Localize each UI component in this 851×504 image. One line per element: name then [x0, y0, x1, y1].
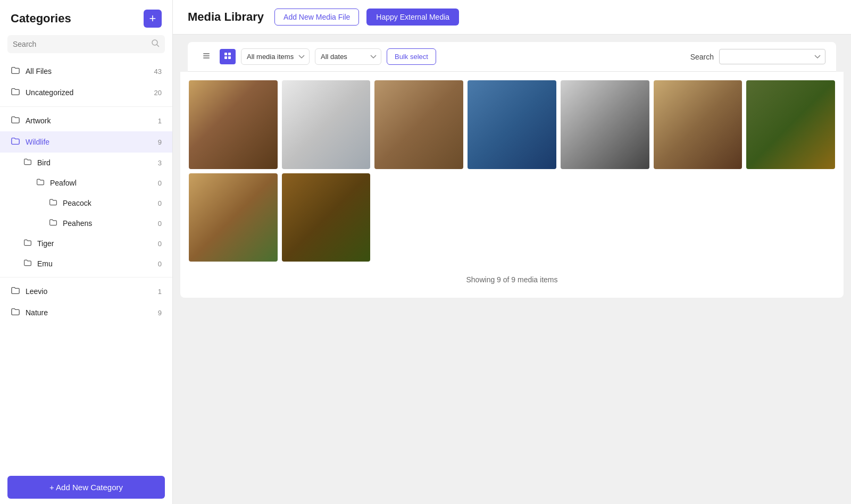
category-count: 0: [158, 199, 162, 207]
folder-icon: [49, 218, 57, 229]
sidebar-item-nature[interactable]: Nature 9: [0, 302, 172, 323]
gallery-item-img5[interactable]: [561, 80, 649, 169]
svg-rect-5: [224, 53, 227, 55]
folder-icon: [11, 87, 20, 98]
sidebar-item-all-files[interactable]: All Files 43: [0, 61, 172, 82]
folder-icon: [11, 285, 20, 297]
category-label: Emu: [37, 259, 158, 268]
add-category-button[interactable]: + Add New Category: [7, 476, 165, 499]
folder-icon: [23, 238, 32, 249]
category-count: 9: [158, 309, 162, 317]
category-label: Peacock: [63, 199, 158, 207]
category-label: Uncategorized: [26, 88, 154, 97]
category-count: 1: [158, 288, 162, 296]
sidebar-title: Categories: [11, 12, 71, 26]
category-label: Wildlife: [26, 138, 158, 146]
plus-icon: +: [149, 13, 156, 24]
category-label: All Files: [26, 67, 154, 75]
page-title: Media Library: [188, 10, 264, 24]
list-view-icon: [202, 52, 211, 62]
category-label: Peafowl: [50, 179, 158, 187]
gallery-item-img3[interactable]: [374, 80, 463, 169]
sidebar-item-tiger[interactable]: Tiger 0: [0, 233, 172, 254]
sidebar-item-bird[interactable]: Bird 3: [0, 153, 172, 173]
svg-rect-4: [203, 57, 210, 58]
gallery-item-img6[interactable]: [654, 80, 742, 169]
list-view-button[interactable]: [198, 49, 214, 64]
category-count: 0: [158, 260, 162, 268]
gallery-grid: [189, 80, 835, 262]
svg-rect-7: [224, 56, 227, 59]
category-count: 0: [158, 240, 162, 248]
search-icon: [151, 39, 160, 49]
main-content: Media Library Add New Media File Happy E…: [173, 0, 851, 504]
sidebar-header: Categories +: [0, 0, 172, 35]
sidebar-item-peafowl[interactable]: Peafowl 0: [0, 173, 172, 193]
gallery-item-img2[interactable]: [282, 80, 371, 169]
add-category-plus-button[interactable]: +: [144, 10, 162, 28]
folder-icon: [11, 65, 20, 77]
showing-text: Showing 9 of 9 media items: [189, 270, 835, 289]
happy-external-button[interactable]: Happy External Media: [366, 9, 459, 26]
folder-icon: [11, 115, 20, 127]
add-media-button[interactable]: Add New Media File: [274, 9, 359, 26]
gallery-item-img7[interactable]: [746, 80, 835, 169]
sidebar-item-peacock[interactable]: Peacock 0: [0, 193, 172, 213]
folder-icon: [23, 258, 32, 269]
folder-icon: [49, 198, 57, 208]
category-count: 3: [158, 159, 162, 167]
svg-rect-3: [203, 55, 210, 56]
category-count: 9: [158, 138, 162, 146]
gallery-item-img8[interactable]: [189, 173, 278, 262]
folder-icon: [11, 136, 20, 148]
sidebar-item-peahens[interactable]: Peahens 0: [0, 213, 172, 233]
gallery-item-img9[interactable]: [282, 173, 371, 262]
category-label: Peahens: [63, 219, 158, 228]
main-header: Media Library Add New Media File Happy E…: [173, 0, 851, 35]
category-count: 20: [154, 89, 162, 97]
sidebar-item-uncategorized[interactable]: Uncategorized 20: [0, 82, 172, 103]
svg-rect-6: [228, 53, 231, 55]
sidebar-item-wildlife[interactable]: Wildlife 9: [0, 131, 172, 153]
date-filter-select[interactable]: All datesJanuary 2024February 2024: [315, 48, 381, 65]
svg-rect-2: [203, 53, 210, 54]
toolbar: All media itemsImagesAudioVideo All date…: [188, 42, 836, 72]
grid-view-button[interactable]: [220, 49, 236, 64]
category-count: 0: [158, 220, 162, 228]
category-search-input[interactable]: [13, 40, 151, 48]
gallery-wrap: Showing 9 of 9 media items: [180, 72, 844, 298]
category-label: Leevio: [26, 287, 158, 296]
category-label: Tiger: [37, 239, 158, 248]
grid-view-icon: [223, 52, 232, 62]
category-label: Nature: [26, 308, 158, 317]
search-container: [0, 35, 172, 61]
svg-rect-8: [228, 56, 231, 59]
sidebar-item-leevio[interactable]: Leevio 1: [0, 281, 172, 302]
sidebar: Categories + All Files 43: [0, 0, 173, 504]
category-count: 0: [158, 179, 162, 187]
media-filter-select[interactable]: All media itemsImagesAudioVideo: [241, 48, 310, 65]
folder-icon: [36, 178, 45, 188]
gallery-container: All media itemsImagesAudioVideo All date…: [173, 35, 851, 504]
gallery-item-img4[interactable]: [468, 80, 556, 169]
sidebar-item-artwork[interactable]: Artwork 1: [0, 110, 172, 131]
category-label: Artwork: [26, 116, 158, 125]
sidebar-item-emu[interactable]: Emu 0: [0, 254, 172, 274]
bulk-select-button[interactable]: Bulk select: [387, 48, 436, 65]
categories-list: All Files 43 Uncategorized 20 Artwork 1 …: [0, 61, 172, 471]
category-count: 1: [158, 117, 162, 125]
category-label: Bird: [37, 158, 158, 167]
toolbar-search-label: Search: [690, 53, 714, 61]
svg-line-1: [157, 45, 159, 47]
gallery-item-img1[interactable]: [189, 80, 278, 169]
search-input-wrap: [7, 35, 165, 53]
folder-icon: [11, 307, 20, 318]
toolbar-search-input[interactable]: [719, 49, 825, 64]
category-count: 43: [154, 68, 162, 75]
folder-icon: [23, 157, 32, 168]
